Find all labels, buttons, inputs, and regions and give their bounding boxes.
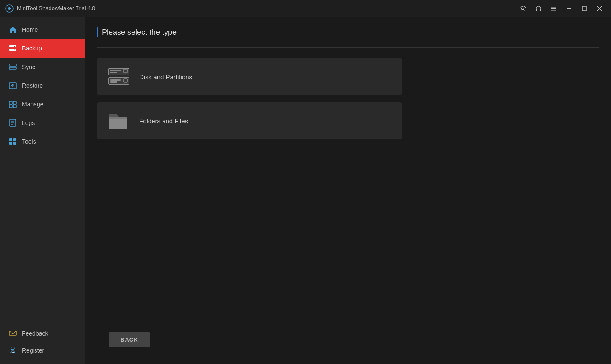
register-icon [8,346,17,355]
svg-rect-44 [109,117,127,119]
sidebar-item-manage[interactable]: Manage [0,95,85,114]
svg-rect-4 [551,8,556,9]
sidebar-item-tools[interactable]: Tools [0,132,85,151]
section-title: Please select the type [102,28,177,37]
section-header: Please select the type [97,27,599,37]
svg-rect-7 [582,6,586,11]
svg-rect-3 [551,7,556,8]
app-logo [5,4,14,13]
svg-rect-35 [110,70,121,71]
close-button[interactable] [593,2,606,15]
svg-rect-36 [110,72,117,73]
tools-icon [8,137,17,146]
svg-rect-43 [109,118,127,129]
divider [97,47,599,48]
sidebar-item-backup[interactable]: Backup [0,39,85,58]
home-icon [8,25,17,34]
svg-rect-27 [13,138,16,141]
disk-partitions-card[interactable]: Disk and Partitions [97,58,402,95]
disk-partitions-label: Disk and Partitions [139,73,192,81]
svg-rect-6 [567,8,571,9]
logs-icon [8,119,17,127]
feedback-icon [8,329,17,338]
sidebar: Home Backup [0,17,85,364]
svg-rect-13 [14,50,15,50]
manage-icon [8,100,17,108]
back-button[interactable]: BACK [109,332,150,347]
svg-rect-21 [13,105,16,108]
folders-files-label: Folders and Files [139,117,188,125]
sidebar-item-home[interactable]: Home [0,20,85,39]
sidebar-item-logs[interactable]: Logs [0,114,85,132]
svg-rect-19 [13,101,16,104]
content-area: Please select the type Disk and [85,17,611,364]
maximize-button[interactable] [578,2,591,15]
sync-icon [8,63,17,71]
backup-icon [8,44,17,53]
sidebar-item-sync[interactable]: Sync [0,58,85,76]
svg-rect-40 [110,81,117,83]
svg-rect-38 [109,78,129,84]
svg-rect-12 [14,46,15,47]
svg-rect-26 [9,138,12,141]
svg-rect-14 [9,64,16,66]
restore-icon [8,81,17,90]
svg-rect-39 [110,79,121,81]
sidebar-bottom: Feedback Register [0,320,85,364]
nav-items: Home Backup [0,17,85,320]
folders-files-card[interactable]: Folders and Files [97,102,402,139]
menu-button[interactable] [547,2,560,15]
sidebar-item-register[interactable]: Register [0,342,85,359]
svg-rect-28 [9,142,12,145]
headphone-button[interactable] [532,2,545,15]
svg-rect-29 [13,142,16,145]
disk-partitions-icon [107,65,131,89]
folders-files-icon [107,109,131,133]
sidebar-item-restore[interactable]: Restore [0,76,85,95]
sidebar-item-feedback[interactable]: Feedback [0,325,85,342]
title-bar: MiniTool ShadowMaker Trial 4.0 [0,0,611,17]
bottom-bar: BACK [97,325,599,354]
section-accent [97,27,98,37]
svg-rect-18 [9,101,12,104]
svg-rect-15 [9,67,16,69]
app-title: MiniTool ShadowMaker Trial 4.0 [17,5,95,11]
pin-button[interactable] [517,2,530,15]
svg-rect-33 [12,351,13,352]
svg-rect-5 [551,10,556,11]
minimize-button[interactable] [563,2,575,15]
svg-rect-2 [540,9,541,11]
svg-rect-34 [109,68,129,75]
svg-rect-20 [9,105,12,108]
svg-rect-31 [11,347,14,350]
svg-rect-1 [536,9,537,11]
